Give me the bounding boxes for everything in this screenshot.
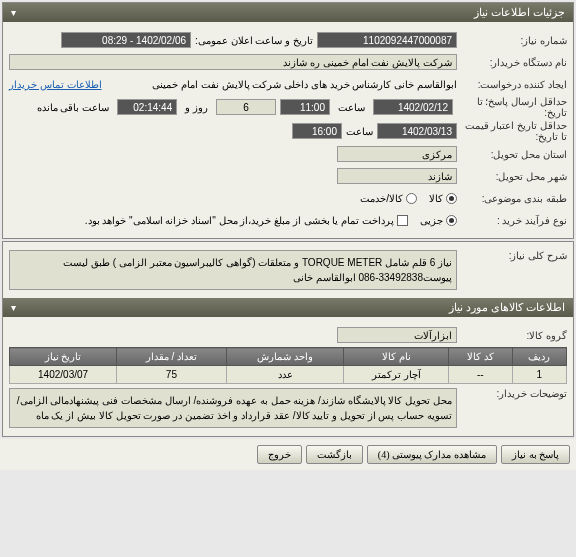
back-button[interactable]: بازگشت xyxy=(306,445,363,464)
time-label-1: ساعت xyxy=(338,102,365,113)
th-date: تاریخ نیاز xyxy=(10,348,117,366)
td-qty: 75 xyxy=(117,366,227,384)
creator-label: ایجاد کننده درخواست: xyxy=(457,79,567,90)
goods-section-title: اطلاعات کالاهای مورد نیاز xyxy=(449,301,565,314)
th-name: نام کالا xyxy=(344,348,449,366)
radio-partial-label: جزیی xyxy=(420,215,443,226)
validity-time: 16:00 xyxy=(292,123,342,139)
th-row: ردیف xyxy=(512,348,566,366)
countdown: 02:14:44 xyxy=(117,99,177,115)
buyer-label: نام دستگاه خریدار: xyxy=(457,57,567,68)
city-label: شهر محل تحویل: xyxy=(457,171,567,182)
radio-goods-input[interactable] xyxy=(446,193,457,204)
announce-value: 1402/02/06 - 08:29 xyxy=(61,32,191,48)
validity-date: 1402/03/13 xyxy=(377,123,457,139)
radio-partial[interactable]: جزیی xyxy=(420,215,457,226)
button-bar: پاسخ به نیاز مشاهده مدارک پیوستی (4) باز… xyxy=(0,439,576,470)
need-description-panel: شرح کلی نیاز: نیاز 6 قلم شامل TORQUE MET… xyxy=(2,241,574,437)
province-label: استان محل تحویل: xyxy=(457,149,567,160)
treasury-checkbox-item[interactable]: پرداخت تمام یا بخشی از مبلغ خرید،از محل … xyxy=(85,215,408,226)
panel-body: شماره نیاز: 1102092447000087 تاریخ و ساع… xyxy=(3,22,573,238)
desc-text: نیاز 6 قلم شامل TORQUE METER و متعلقات (… xyxy=(9,250,457,290)
collapse-icon[interactable]: ▾ xyxy=(11,7,16,18)
contact-link[interactable]: اطلاعات تماس خریدار xyxy=(9,79,102,90)
td-row: 1 xyxy=(512,366,566,384)
category-radio-group: کالا کالا/خدمت xyxy=(360,193,457,204)
radio-goods[interactable]: کالا xyxy=(429,193,457,204)
radio-service-label: کالا/خدمت xyxy=(360,193,403,204)
treasury-checkbox[interactable] xyxy=(397,215,408,226)
treasury-label: پرداخت تمام یا بخشی از مبلغ خرید،از محل … xyxy=(85,215,394,226)
process-label: نوع فرآیند خرید : xyxy=(457,215,567,226)
days-value: 6 xyxy=(216,99,276,115)
process-group: جزیی پرداخت تمام یا بخشی از مبلغ خرید،از… xyxy=(85,215,457,226)
time-label-2: ساعت xyxy=(346,126,373,137)
td-name: آچار ترکمتر xyxy=(344,366,449,384)
validity-label: حداقل تاریخ اعتبار قیمت تا تاریخ: xyxy=(457,120,567,142)
deadline-label: حداقل ارسال پاسخ؛ تا تاریخ: xyxy=(457,96,567,118)
deadline-date: 1402/02/12 xyxy=(373,99,453,115)
goods-table: ردیف کد کالا نام کالا واحد شمارش تعداد /… xyxy=(9,347,567,384)
respond-button[interactable]: پاسخ به نیاز xyxy=(501,445,570,464)
deadline-time: 11:00 xyxy=(280,99,330,115)
exit-button[interactable]: خروج xyxy=(257,445,302,464)
radio-goods-label: کالا xyxy=(429,193,443,204)
collapse-icon-2[interactable]: ▾ xyxy=(11,302,16,313)
th-unit: واحد شمارش xyxy=(226,348,344,366)
attachments-button[interactable]: مشاهده مدارک پیوستی (4) xyxy=(367,445,497,464)
panel-title: جزئیات اطلاعات نیاز xyxy=(474,6,565,19)
need-details-panel: جزئیات اطلاعات نیاز ▾ شماره نیاز: 110209… xyxy=(2,2,574,239)
buyer-value: شرکت پالایش نفت امام خمینی ره شازند xyxy=(9,54,457,70)
remaining-label: ساعت باقی مانده xyxy=(37,102,110,113)
radio-service[interactable]: کالا/خدمت xyxy=(360,193,417,204)
announce-label: تاریخ و ساعت اعلان عمومی: xyxy=(195,35,313,46)
th-qty: تعداد / مقدار xyxy=(117,348,227,366)
province-value: مرکزی xyxy=(337,146,457,162)
group-label: گروه کالا: xyxy=(457,330,567,341)
radio-partial-input[interactable] xyxy=(446,215,457,226)
td-unit: عدد xyxy=(226,366,344,384)
buyer-notes: محل تحویل کالا پالایشگاه شازند/ هزینه حم… xyxy=(9,388,457,428)
need-number-label: شماره نیاز: xyxy=(457,35,567,46)
panel-header: جزئیات اطلاعات نیاز ▾ xyxy=(3,3,573,22)
buyer-notes-label: توضیحات خریدار: xyxy=(457,388,567,399)
radio-service-input[interactable] xyxy=(406,193,417,204)
table-row[interactable]: 1 -- آچار ترکمتر عدد 75 1402/03/07 xyxy=(10,366,567,384)
creator-value: ابوالقاسم خانی کارشناس خرید های داخلی شر… xyxy=(102,79,457,90)
td-date: 1402/03/07 xyxy=(10,366,117,384)
group-value: ابزارآلات xyxy=(337,327,457,343)
goods-section-header: اطلاعات کالاهای مورد نیاز ▾ xyxy=(3,298,573,317)
td-code: -- xyxy=(449,366,512,384)
category-label: طبقه بندی موضوعی: xyxy=(457,193,567,204)
need-number-value: 1102092447000087 xyxy=(317,32,457,48)
th-code: کد کالا xyxy=(449,348,512,366)
days-label: روز و xyxy=(185,102,208,113)
desc-label: شرح کلی نیاز: xyxy=(457,250,567,261)
city-value: شازند xyxy=(337,168,457,184)
